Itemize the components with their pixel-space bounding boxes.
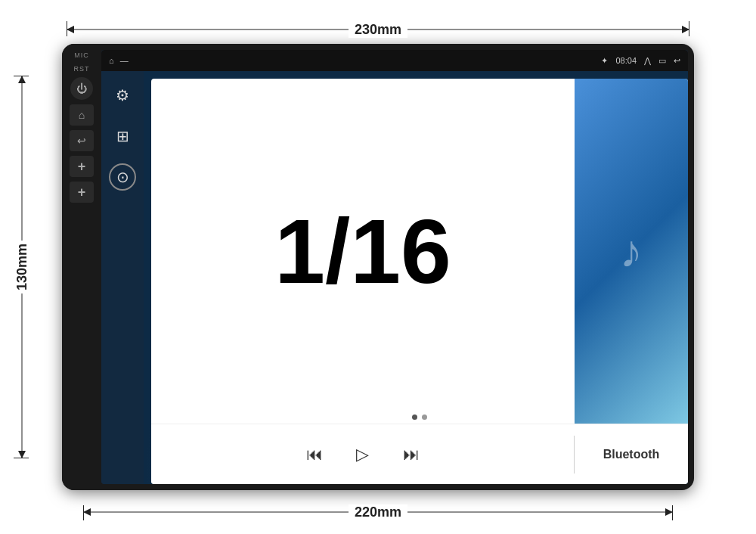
apps-screen-icon[interactable]: ⊞	[109, 123, 136, 150]
dim-bottom: 220mm	[83, 511, 673, 513]
outer-container: 230mm 220mm 130mm MIC RST ⏻ ⌂ ↩	[0, 0, 756, 534]
playback-controls: ⏮ ▷ ⏭	[151, 439, 574, 470]
bottom-controls: ⏮ ▷ ⏭ Bluetooth	[151, 424, 688, 484]
dim-left-arrow-top	[18, 76, 26, 83]
nav-icon: ⊙	[116, 168, 129, 186]
rst-label: RST	[74, 65, 90, 73]
vol-up-button[interactable]: +	[70, 156, 94, 177]
next-button[interactable]: ⏭	[396, 439, 426, 470]
dim-bottom-arrow-left	[83, 508, 91, 516]
back-button[interactable]: ↩	[70, 130, 94, 151]
screen-content: 1/16 ♪ ⏮	[144, 71, 688, 484]
left-button-strip: MIC RST ⏻ ⌂ ↩ + +	[62, 44, 101, 490]
bluetooth-button[interactable]: Bluetooth	[575, 448, 688, 461]
home-status-icon: ⌂	[109, 56, 114, 65]
status-bar-left: ⌂ —	[109, 56, 129, 65]
dim-top: 230mm	[67, 29, 689, 30]
play-pause-button[interactable]: ▷	[348, 439, 378, 470]
power-icon: ⏻	[76, 82, 87, 95]
nav-screen-icon[interactable]: ⊙	[109, 163, 136, 191]
dim-bottom-label: 220mm	[349, 505, 407, 520]
status-bar: ⌂ — ✦ 08:04 ⋀ ▭ ↩	[101, 50, 688, 71]
up-status-icon: ⋀	[644, 56, 651, 66]
dim-top-label: 230mm	[349, 22, 407, 38]
settings-screen-icon[interactable]: ⚙	[109, 82, 136, 109]
bluetooth-status-icon: ✦	[601, 56, 608, 66]
album-art-icon: ♪	[620, 225, 643, 278]
dim-top-arrow-left	[67, 26, 74, 33]
home-icon: ⌂	[79, 109, 85, 121]
bluetooth-label: Bluetooth	[603, 448, 660, 461]
window-status-icon: ▭	[658, 56, 666, 66]
prev-button[interactable]: ⏮	[299, 439, 330, 470]
dim-left-label: 130mm	[14, 241, 30, 293]
content-card: 1/16 ♪ ⏮	[151, 79, 688, 484]
dot-1	[412, 414, 417, 420]
next-icon: ⏭	[403, 445, 420, 464]
vol-down-button[interactable]: +	[70, 182, 94, 203]
dot-2	[422, 414, 427, 420]
track-number-text: 1/16	[274, 206, 451, 296]
dim-left-arrow-bottom	[18, 451, 26, 458]
minimize-status-icon: —	[120, 56, 129, 65]
home-button[interactable]: ⌂	[70, 104, 94, 126]
dim-bottom-arrow-right	[665, 508, 673, 516]
dots-indicator	[151, 414, 688, 420]
status-bar-right: ✦ 08:04 ⋀ ▭ ↩	[601, 56, 680, 66]
vol-up-icon: +	[78, 159, 86, 175]
mic-label: MIC	[74, 51, 89, 59]
gear-screen-icon: ⚙	[116, 86, 129, 104]
prev-icon: ⏮	[306, 445, 323, 464]
track-number-display: 1/16	[151, 79, 575, 424]
status-time: 08:04	[615, 56, 637, 65]
screen-sidebar: ⚙ ⊞ ⊙	[101, 71, 144, 484]
dim-left: 130mm	[21, 76, 23, 458]
back-icon: ↩	[77, 135, 86, 147]
power-button[interactable]: ⏻	[70, 77, 93, 100]
play-icon: ▷	[356, 445, 369, 464]
back-status-icon: ↩	[674, 56, 680, 66]
screen: ⌂ — ✦ 08:04 ⋀ ▭ ↩	[101, 50, 688, 484]
apps-icon: ⊞	[116, 127, 129, 145]
album-art: ♪	[575, 79, 688, 424]
car-head-unit: MIC RST ⏻ ⌂ ↩ + + ⌂ —	[62, 44, 694, 490]
vol-down-icon: +	[78, 185, 86, 200]
dim-top-arrow-right	[682, 26, 689, 33]
